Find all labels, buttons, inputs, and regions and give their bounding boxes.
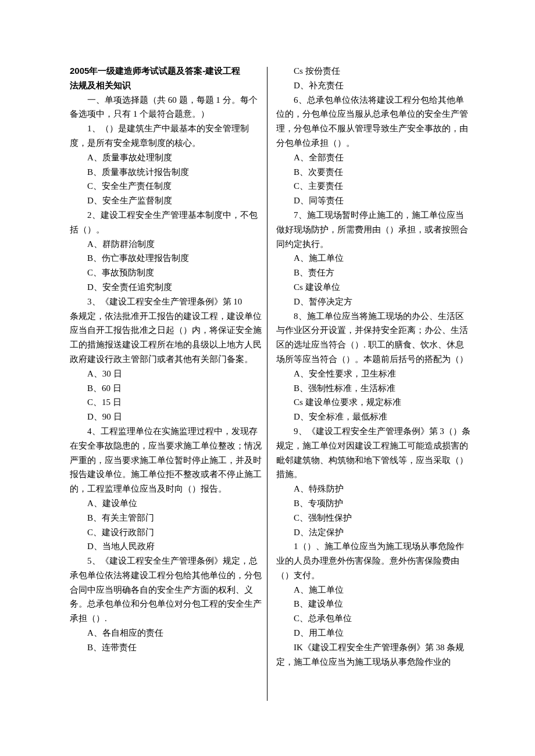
q10-option-a: A、施工单位 xyxy=(276,583,471,597)
document-page: 2005年一级建造师考试试题及答案-建设工程 法规及相关知识 一、单项选择题（共… xyxy=(0,0,535,756)
q3-option-b: B、60 日 xyxy=(70,381,265,396)
q6-text: 6、总承包单位依法将建设工程分包给其他单位的，分包单位应当服从总承包单位的安全生… xyxy=(276,93,471,151)
right-column: Cs 按份责任 D、补充责任 6、总承包单位依法将建设工程分包给其他单位的，分包… xyxy=(276,64,471,669)
q3-option-c: C、15 日 xyxy=(70,395,265,410)
q9-option-b: B、专项防护 xyxy=(276,496,471,511)
q6-option-b: B、次要责任 xyxy=(276,165,471,180)
q3-option-a: A、30 日 xyxy=(70,367,265,381)
q6-option-a: A、全部责任 xyxy=(276,151,471,165)
q7-text: 7、施工现场暂时停止施工的，施工单位应当做好现场防护，所需费用由（）承担，或者按… xyxy=(276,208,471,251)
q10-option-d: D、用工单位 xyxy=(276,626,471,640)
q8-option-d: D、安全标准，最低标准 xyxy=(276,410,471,424)
q1-option-c: C、安全生产责任制度 xyxy=(70,179,265,194)
q5-option-d: D、补充责任 xyxy=(276,78,471,93)
q1-option-d: D、安全生产监督制度 xyxy=(70,194,265,208)
q5-option-c: Cs 按份责任 xyxy=(276,64,471,78)
q2-option-a: A、群防群治制度 xyxy=(70,237,265,252)
q9-option-d: D、法定保护 xyxy=(276,525,471,540)
q4-option-b: B、有关主管部门 xyxy=(70,511,265,525)
q4-option-a: A、建设单位 xyxy=(70,496,265,511)
q9-option-c: C、强制性保护 xyxy=(276,511,471,525)
q9-text: 9、《建设工程安全生产管理条例》第 3（）条规定，施工单位对因建设工程施工可能造… xyxy=(276,424,471,482)
document-title-line1: 2005年一级建造师考试试题及答案-建设工程 xyxy=(70,64,265,78)
q5-option-b: B、连带责任 xyxy=(70,640,265,655)
q3-text-rest: 条规定，依法批准开工报告的建设工程，建设单位应当自开工报告批准之日起（）内，将保… xyxy=(70,309,265,367)
q10-text: 1（）、施工单位应当为施工现场从事危险作业的人员办理意外伤害保险。意外伤害保险费… xyxy=(276,539,471,582)
section-intro: 一、单项选择题（共 60 题，每题 1 分。每个备选项中，只有 1 个最符合题意… xyxy=(70,93,265,122)
q1-text: 1、（）是建筑生产中最基本的安全管理制度，是所有安全规章制度的核心。 xyxy=(70,121,265,151)
q4-option-d: D、当地人民政府 xyxy=(70,539,265,554)
q4-text: 4、工程监理单位在实施监理过程中，发现存在安全事故隐患的，应当要求施工单位整改；… xyxy=(70,424,265,496)
q5-option-a: A、各自相应的责任 xyxy=(70,626,265,640)
q1-option-b: B、质量事故统计报告制度 xyxy=(70,165,265,180)
q7-option-d: D、暂停决定方 xyxy=(276,295,471,309)
q2-option-c: C、事故预防制度 xyxy=(70,266,265,280)
q10-option-c: C、总承包单位 xyxy=(276,611,471,626)
q7-option-a: A、施工单位 xyxy=(276,251,471,266)
q10-option-b: B、建设单位 xyxy=(276,597,471,611)
column-divider xyxy=(267,67,268,701)
q2-option-d: D、安全责任追究制度 xyxy=(70,280,265,295)
q3-text-line1: 3、《建设工程安全生产管理条例》第 10 xyxy=(70,295,265,309)
q2-text: 2、建设工程安全生产管理基本制度中，不包括（）。 xyxy=(70,208,265,237)
q8-option-b: B、强制性标准，生活标准 xyxy=(276,381,471,396)
q7-option-c: Cs 建设单位 xyxy=(276,280,471,295)
q11-text: IK《建设工程安全生产管理条例》第 38 条规定，施工单位应当为施工现场从事危险… xyxy=(276,640,471,669)
q8-text: 8、施工单位应当将施工现场的办公、生活区与作业区分开设置，并保持安全距离；办公、… xyxy=(276,309,471,367)
q4-option-c: C、建设行政部门 xyxy=(70,525,265,540)
q3-option-d: D、90 日 xyxy=(70,410,265,424)
q6-option-c: C、主要责任 xyxy=(276,179,471,194)
q8-option-c: Cs 建设单位要求，规定标准 xyxy=(276,395,471,410)
document-title-line2: 法规及相关知识 xyxy=(70,78,265,93)
q1-option-a: A、质量事故处理制度 xyxy=(70,151,265,165)
q6-option-d: D、同等责任 xyxy=(276,194,471,208)
q5-text: 5、《建设工程安全生产管理条例》规定，总承包单位依法将建设工程分包给其他单位的，… xyxy=(70,554,265,626)
q9-option-a: A、特殊防护 xyxy=(276,482,471,496)
left-column: 2005年一级建造师考试试题及答案-建设工程 法规及相关知识 一、单项选择题（共… xyxy=(70,64,265,655)
q7-option-b: B、责任方 xyxy=(276,266,471,280)
q8-option-a: A、安全性要求，卫生标准 xyxy=(276,367,471,381)
q2-option-b: B、伤亡事故处理报告制度 xyxy=(70,251,265,266)
